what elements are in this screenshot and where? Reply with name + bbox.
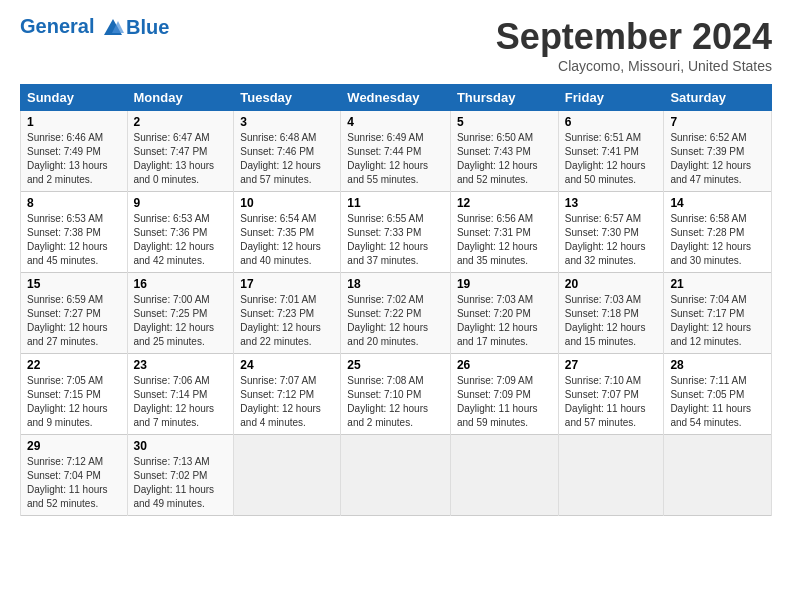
- calendar-cell: [664, 435, 772, 516]
- day-number: 9: [134, 196, 228, 210]
- day-info: Sunrise: 7:12 AMSunset: 7:04 PMDaylight:…: [27, 455, 121, 511]
- col-wednesday: Wednesday: [341, 85, 451, 111]
- day-info: Sunrise: 7:07 AMSunset: 7:12 PMDaylight:…: [240, 374, 334, 430]
- calendar-cell: 30Sunrise: 7:13 AMSunset: 7:02 PMDayligh…: [127, 435, 234, 516]
- day-info: Sunrise: 7:10 AMSunset: 7:07 PMDaylight:…: [565, 374, 658, 430]
- logo-text-blue: Blue: [126, 17, 169, 37]
- day-info: Sunrise: 6:52 AMSunset: 7:39 PMDaylight:…: [670, 131, 765, 187]
- calendar-cell: 19Sunrise: 7:03 AMSunset: 7:20 PMDayligh…: [450, 273, 558, 354]
- calendar-cell: [558, 435, 664, 516]
- calendar-cell: 15Sunrise: 6:59 AMSunset: 7:27 PMDayligh…: [21, 273, 128, 354]
- col-thursday: Thursday: [450, 85, 558, 111]
- day-info: Sunrise: 6:55 AMSunset: 7:33 PMDaylight:…: [347, 212, 444, 268]
- calendar-cell: 29Sunrise: 7:12 AMSunset: 7:04 PMDayligh…: [21, 435, 128, 516]
- day-info: Sunrise: 7:04 AMSunset: 7:17 PMDaylight:…: [670, 293, 765, 349]
- calendar-cell: 18Sunrise: 7:02 AMSunset: 7:22 PMDayligh…: [341, 273, 451, 354]
- calendar-cell: [234, 435, 341, 516]
- calendar-cell: 5Sunrise: 6:50 AMSunset: 7:43 PMDaylight…: [450, 111, 558, 192]
- calendar-week-4: 22Sunrise: 7:05 AMSunset: 7:15 PMDayligh…: [21, 354, 772, 435]
- day-info: Sunrise: 7:00 AMSunset: 7:25 PMDaylight:…: [134, 293, 228, 349]
- calendar-header-row: Sunday Monday Tuesday Wednesday Thursday…: [21, 85, 772, 111]
- day-number: 21: [670, 277, 765, 291]
- day-info: Sunrise: 7:03 AMSunset: 7:18 PMDaylight:…: [565, 293, 658, 349]
- day-info: Sunrise: 7:13 AMSunset: 7:02 PMDaylight:…: [134, 455, 228, 511]
- col-monday: Monday: [127, 85, 234, 111]
- title-area: September 2024 Claycomo, Missouri, Unite…: [496, 16, 772, 74]
- calendar-cell: 9Sunrise: 6:53 AMSunset: 7:36 PMDaylight…: [127, 192, 234, 273]
- day-number: 10: [240, 196, 334, 210]
- day-number: 6: [565, 115, 658, 129]
- day-info: Sunrise: 6:46 AMSunset: 7:49 PMDaylight:…: [27, 131, 121, 187]
- day-number: 11: [347, 196, 444, 210]
- day-number: 13: [565, 196, 658, 210]
- day-info: Sunrise: 6:51 AMSunset: 7:41 PMDaylight:…: [565, 131, 658, 187]
- calendar-table: Sunday Monday Tuesday Wednesday Thursday…: [20, 84, 772, 516]
- calendar-cell: 14Sunrise: 6:58 AMSunset: 7:28 PMDayligh…: [664, 192, 772, 273]
- day-number: 27: [565, 358, 658, 372]
- calendar-cell: 12Sunrise: 6:56 AMSunset: 7:31 PMDayligh…: [450, 192, 558, 273]
- day-number: 4: [347, 115, 444, 129]
- calendar-cell: 16Sunrise: 7:00 AMSunset: 7:25 PMDayligh…: [127, 273, 234, 354]
- day-info: Sunrise: 7:05 AMSunset: 7:15 PMDaylight:…: [27, 374, 121, 430]
- day-info: Sunrise: 6:59 AMSunset: 7:27 PMDaylight:…: [27, 293, 121, 349]
- calendar-week-2: 8Sunrise: 6:53 AMSunset: 7:38 PMDaylight…: [21, 192, 772, 273]
- day-number: 14: [670, 196, 765, 210]
- calendar-cell: 23Sunrise: 7:06 AMSunset: 7:14 PMDayligh…: [127, 354, 234, 435]
- month-title: September 2024: [496, 16, 772, 58]
- day-number: 5: [457, 115, 552, 129]
- calendar-cell: 3Sunrise: 6:48 AMSunset: 7:46 PMDaylight…: [234, 111, 341, 192]
- day-info: Sunrise: 6:53 AMSunset: 7:36 PMDaylight:…: [134, 212, 228, 268]
- day-number: 1: [27, 115, 121, 129]
- day-info: Sunrise: 7:03 AMSunset: 7:20 PMDaylight:…: [457, 293, 552, 349]
- day-number: 7: [670, 115, 765, 129]
- calendar-week-1: 1Sunrise: 6:46 AMSunset: 7:49 PMDaylight…: [21, 111, 772, 192]
- col-friday: Friday: [558, 85, 664, 111]
- calendar-cell: 20Sunrise: 7:03 AMSunset: 7:18 PMDayligh…: [558, 273, 664, 354]
- logo-text-general: General: [20, 15, 94, 37]
- calendar-week-5: 29Sunrise: 7:12 AMSunset: 7:04 PMDayligh…: [21, 435, 772, 516]
- calendar-cell: 22Sunrise: 7:05 AMSunset: 7:15 PMDayligh…: [21, 354, 128, 435]
- day-info: Sunrise: 6:56 AMSunset: 7:31 PMDaylight:…: [457, 212, 552, 268]
- day-number: 30: [134, 439, 228, 453]
- calendar-week-3: 15Sunrise: 6:59 AMSunset: 7:27 PMDayligh…: [21, 273, 772, 354]
- day-info: Sunrise: 7:01 AMSunset: 7:23 PMDaylight:…: [240, 293, 334, 349]
- day-number: 20: [565, 277, 658, 291]
- day-number: 2: [134, 115, 228, 129]
- calendar-cell: [341, 435, 451, 516]
- day-info: Sunrise: 6:58 AMSunset: 7:28 PMDaylight:…: [670, 212, 765, 268]
- day-number: 19: [457, 277, 552, 291]
- calendar-cell: 7Sunrise: 6:52 AMSunset: 7:39 PMDaylight…: [664, 111, 772, 192]
- day-number: 28: [670, 358, 765, 372]
- day-info: Sunrise: 6:48 AMSunset: 7:46 PMDaylight:…: [240, 131, 334, 187]
- day-number: 3: [240, 115, 334, 129]
- calendar-cell: 11Sunrise: 6:55 AMSunset: 7:33 PMDayligh…: [341, 192, 451, 273]
- day-number: 22: [27, 358, 121, 372]
- calendar-cell: 13Sunrise: 6:57 AMSunset: 7:30 PMDayligh…: [558, 192, 664, 273]
- location: Claycomo, Missouri, United States: [496, 58, 772, 74]
- col-sunday: Sunday: [21, 85, 128, 111]
- calendar-cell: 10Sunrise: 6:54 AMSunset: 7:35 PMDayligh…: [234, 192, 341, 273]
- calendar-cell: 21Sunrise: 7:04 AMSunset: 7:17 PMDayligh…: [664, 273, 772, 354]
- calendar-cell: [450, 435, 558, 516]
- day-info: Sunrise: 6:54 AMSunset: 7:35 PMDaylight:…: [240, 212, 334, 268]
- logo: General Blue: [20, 16, 169, 39]
- day-number: 24: [240, 358, 334, 372]
- day-info: Sunrise: 7:08 AMSunset: 7:10 PMDaylight:…: [347, 374, 444, 430]
- calendar-cell: 2Sunrise: 6:47 AMSunset: 7:47 PMDaylight…: [127, 111, 234, 192]
- calendar-cell: 26Sunrise: 7:09 AMSunset: 7:09 PMDayligh…: [450, 354, 558, 435]
- day-info: Sunrise: 7:06 AMSunset: 7:14 PMDaylight:…: [134, 374, 228, 430]
- day-info: Sunrise: 6:47 AMSunset: 7:47 PMDaylight:…: [134, 131, 228, 187]
- day-number: 26: [457, 358, 552, 372]
- day-number: 17: [240, 277, 334, 291]
- day-info: Sunrise: 6:50 AMSunset: 7:43 PMDaylight:…: [457, 131, 552, 187]
- day-number: 16: [134, 277, 228, 291]
- day-info: Sunrise: 6:53 AMSunset: 7:38 PMDaylight:…: [27, 212, 121, 268]
- day-number: 29: [27, 439, 121, 453]
- calendar-cell: 27Sunrise: 7:10 AMSunset: 7:07 PMDayligh…: [558, 354, 664, 435]
- calendar-cell: 8Sunrise: 6:53 AMSunset: 7:38 PMDaylight…: [21, 192, 128, 273]
- calendar-cell: 1Sunrise: 6:46 AMSunset: 7:49 PMDaylight…: [21, 111, 128, 192]
- day-info: Sunrise: 7:11 AMSunset: 7:05 PMDaylight:…: [670, 374, 765, 430]
- day-number: 12: [457, 196, 552, 210]
- day-number: 15: [27, 277, 121, 291]
- day-info: Sunrise: 7:02 AMSunset: 7:22 PMDaylight:…: [347, 293, 444, 349]
